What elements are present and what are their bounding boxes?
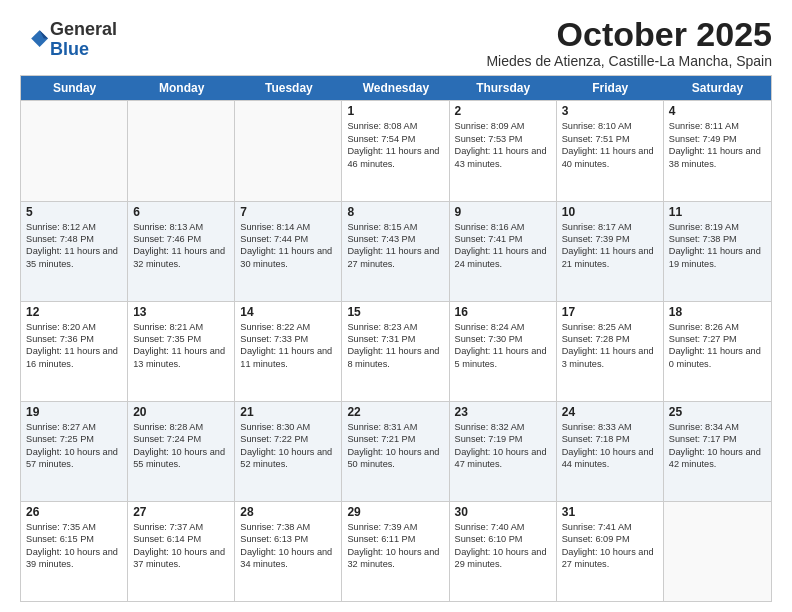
cell-text: Sunrise: 7:41 AM Sunset: 6:09 PM Dayligh… [562, 521, 658, 571]
day-number: 2 [455, 104, 551, 118]
calendar-cell: 15Sunrise: 8:23 AM Sunset: 7:31 PM Dayli… [342, 302, 449, 401]
calendar-cell: 12Sunrise: 8:20 AM Sunset: 7:36 PM Dayli… [21, 302, 128, 401]
cell-text: Sunrise: 8:30 AM Sunset: 7:22 PM Dayligh… [240, 421, 336, 471]
day-number: 4 [669, 104, 766, 118]
cell-text: Sunrise: 8:23 AM Sunset: 7:31 PM Dayligh… [347, 321, 443, 371]
calendar-cell: 31Sunrise: 7:41 AM Sunset: 6:09 PM Dayli… [557, 502, 664, 601]
day-number: 21 [240, 405, 336, 419]
calendar-cell: 3Sunrise: 8:10 AM Sunset: 7:51 PM Daylig… [557, 101, 664, 200]
cell-text: Sunrise: 8:16 AM Sunset: 7:41 PM Dayligh… [455, 221, 551, 271]
day-number: 22 [347, 405, 443, 419]
cell-text: Sunrise: 8:32 AM Sunset: 7:19 PM Dayligh… [455, 421, 551, 471]
cell-text: Sunrise: 8:34 AM Sunset: 7:17 PM Dayligh… [669, 421, 766, 471]
day-number: 31 [562, 505, 658, 519]
calendar-row-4: 19Sunrise: 8:27 AM Sunset: 7:25 PM Dayli… [21, 401, 771, 501]
cell-text: Sunrise: 7:38 AM Sunset: 6:13 PM Dayligh… [240, 521, 336, 571]
day-number: 18 [669, 305, 766, 319]
day-number: 28 [240, 505, 336, 519]
day-number: 7 [240, 205, 336, 219]
day-number: 23 [455, 405, 551, 419]
calendar-cell: 20Sunrise: 8:28 AM Sunset: 7:24 PM Dayli… [128, 402, 235, 501]
cell-text: Sunrise: 7:40 AM Sunset: 6:10 PM Dayligh… [455, 521, 551, 571]
cell-text: Sunrise: 8:27 AM Sunset: 7:25 PM Dayligh… [26, 421, 122, 471]
calendar-row-2: 5Sunrise: 8:12 AM Sunset: 7:48 PM Daylig… [21, 201, 771, 301]
header-day-saturday: Saturday [664, 76, 771, 100]
calendar-cell: 23Sunrise: 8:32 AM Sunset: 7:19 PM Dayli… [450, 402, 557, 501]
calendar-row-1: 1Sunrise: 8:08 AM Sunset: 7:54 PM Daylig… [21, 100, 771, 200]
day-number: 8 [347, 205, 443, 219]
calendar-row-5: 26Sunrise: 7:35 AM Sunset: 6:15 PM Dayli… [21, 501, 771, 601]
cell-text: Sunrise: 8:20 AM Sunset: 7:36 PM Dayligh… [26, 321, 122, 371]
header-day-thursday: Thursday [450, 76, 557, 100]
header: General Blue October 2025 Miedes de Atie… [20, 16, 772, 69]
calendar-cell: 26Sunrise: 7:35 AM Sunset: 6:15 PM Dayli… [21, 502, 128, 601]
day-number: 19 [26, 405, 122, 419]
day-number: 9 [455, 205, 551, 219]
day-number: 27 [133, 505, 229, 519]
cell-text: Sunrise: 8:13 AM Sunset: 7:46 PM Dayligh… [133, 221, 229, 271]
calendar-cell: 2Sunrise: 8:09 AM Sunset: 7:53 PM Daylig… [450, 101, 557, 200]
cell-text: Sunrise: 8:19 AM Sunset: 7:38 PM Dayligh… [669, 221, 766, 271]
calendar-cell: 5Sunrise: 8:12 AM Sunset: 7:48 PM Daylig… [21, 202, 128, 301]
calendar-cell: 14Sunrise: 8:22 AM Sunset: 7:33 PM Dayli… [235, 302, 342, 401]
cell-text: Sunrise: 8:21 AM Sunset: 7:35 PM Dayligh… [133, 321, 229, 371]
day-number: 15 [347, 305, 443, 319]
calendar-row-3: 12Sunrise: 8:20 AM Sunset: 7:36 PM Dayli… [21, 301, 771, 401]
calendar-cell: 11Sunrise: 8:19 AM Sunset: 7:38 PM Dayli… [664, 202, 771, 301]
cell-text: Sunrise: 7:37 AM Sunset: 6:14 PM Dayligh… [133, 521, 229, 571]
month-title: October 2025 [486, 16, 772, 53]
calendar-cell [664, 502, 771, 601]
day-number: 26 [26, 505, 122, 519]
cell-text: Sunrise: 8:24 AM Sunset: 7:30 PM Dayligh… [455, 321, 551, 371]
logo-blue: Blue [50, 40, 117, 60]
logo: General Blue [20, 20, 117, 60]
header-day-monday: Monday [128, 76, 235, 100]
calendar-cell: 28Sunrise: 7:38 AM Sunset: 6:13 PM Dayli… [235, 502, 342, 601]
calendar-cell: 22Sunrise: 8:31 AM Sunset: 7:21 PM Dayli… [342, 402, 449, 501]
calendar-cell: 6Sunrise: 8:13 AM Sunset: 7:46 PM Daylig… [128, 202, 235, 301]
calendar-cell [235, 101, 342, 200]
cell-text: Sunrise: 7:35 AM Sunset: 6:15 PM Dayligh… [26, 521, 122, 571]
day-number: 5 [26, 205, 122, 219]
logo-icon [20, 26, 48, 54]
cell-text: Sunrise: 8:10 AM Sunset: 7:51 PM Dayligh… [562, 120, 658, 170]
day-number: 29 [347, 505, 443, 519]
calendar-cell: 1Sunrise: 8:08 AM Sunset: 7:54 PM Daylig… [342, 101, 449, 200]
day-number: 6 [133, 205, 229, 219]
calendar-cell [128, 101, 235, 200]
subtitle: Miedes de Atienza, Castille-La Mancha, S… [486, 53, 772, 69]
day-number: 20 [133, 405, 229, 419]
calendar-cell: 7Sunrise: 8:14 AM Sunset: 7:44 PM Daylig… [235, 202, 342, 301]
cell-text: Sunrise: 8:14 AM Sunset: 7:44 PM Dayligh… [240, 221, 336, 271]
calendar: SundayMondayTuesdayWednesdayThursdayFrid… [20, 75, 772, 602]
calendar-cell: 19Sunrise: 8:27 AM Sunset: 7:25 PM Dayli… [21, 402, 128, 501]
header-day-tuesday: Tuesday [235, 76, 342, 100]
calendar-cell: 29Sunrise: 7:39 AM Sunset: 6:11 PM Dayli… [342, 502, 449, 601]
logo-text: General Blue [50, 20, 117, 60]
calendar-cell: 25Sunrise: 8:34 AM Sunset: 7:17 PM Dayli… [664, 402, 771, 501]
cell-text: Sunrise: 8:26 AM Sunset: 7:27 PM Dayligh… [669, 321, 766, 371]
day-number: 12 [26, 305, 122, 319]
day-number: 13 [133, 305, 229, 319]
cell-text: Sunrise: 8:11 AM Sunset: 7:49 PM Dayligh… [669, 120, 766, 170]
cell-text: Sunrise: 8:09 AM Sunset: 7:53 PM Dayligh… [455, 120, 551, 170]
cell-text: Sunrise: 8:31 AM Sunset: 7:21 PM Dayligh… [347, 421, 443, 471]
day-number: 10 [562, 205, 658, 219]
calendar-header: SundayMondayTuesdayWednesdayThursdayFrid… [21, 76, 771, 100]
calendar-cell: 13Sunrise: 8:21 AM Sunset: 7:35 PM Dayli… [128, 302, 235, 401]
calendar-cell: 8Sunrise: 8:15 AM Sunset: 7:43 PM Daylig… [342, 202, 449, 301]
title-block: October 2025 Miedes de Atienza, Castille… [486, 16, 772, 69]
calendar-cell: 30Sunrise: 7:40 AM Sunset: 6:10 PM Dayli… [450, 502, 557, 601]
calendar-body: 1Sunrise: 8:08 AM Sunset: 7:54 PM Daylig… [21, 100, 771, 601]
cell-text: Sunrise: 8:25 AM Sunset: 7:28 PM Dayligh… [562, 321, 658, 371]
cell-text: Sunrise: 8:22 AM Sunset: 7:33 PM Dayligh… [240, 321, 336, 371]
calendar-cell: 16Sunrise: 8:24 AM Sunset: 7:30 PM Dayli… [450, 302, 557, 401]
calendar-cell: 4Sunrise: 8:11 AM Sunset: 7:49 PM Daylig… [664, 101, 771, 200]
day-number: 14 [240, 305, 336, 319]
header-day-wednesday: Wednesday [342, 76, 449, 100]
cell-text: Sunrise: 8:33 AM Sunset: 7:18 PM Dayligh… [562, 421, 658, 471]
day-number: 25 [669, 405, 766, 419]
calendar-cell: 21Sunrise: 8:30 AM Sunset: 7:22 PM Dayli… [235, 402, 342, 501]
cell-text: Sunrise: 8:12 AM Sunset: 7:48 PM Dayligh… [26, 221, 122, 271]
header-day-friday: Friday [557, 76, 664, 100]
